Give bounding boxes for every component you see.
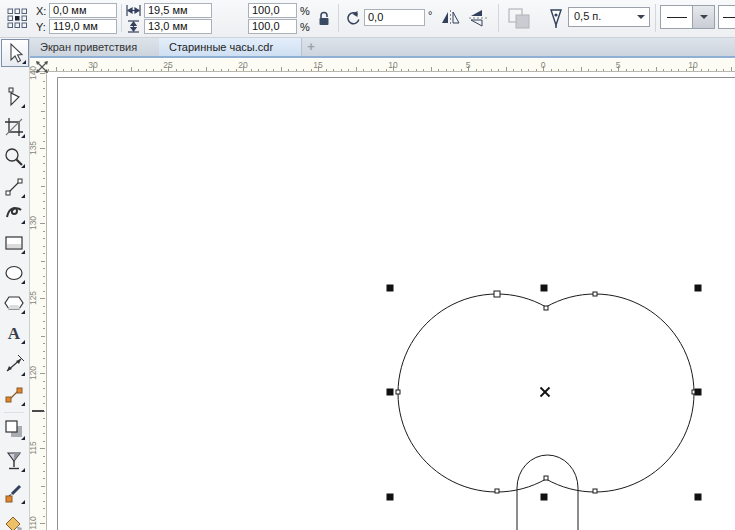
scale-width-unit: %: [300, 4, 310, 18]
object-width-icon: [126, 5, 141, 16]
pick-tool[interactable]: [1, 39, 29, 67]
ruler-tick: [41, 111, 45, 112]
line-style-sample: [723, 17, 735, 18]
ruler-tick: [43, 321, 45, 322]
ruler-tick: [40, 373, 45, 374]
mirror-horizontal-button[interactable]: [440, 9, 461, 27]
scale-height-field[interactable]: 100,0: [248, 19, 297, 34]
ruler-tick: [723, 69, 724, 71]
ruler-tick: [43, 96, 45, 97]
ruler-tick: [153, 69, 154, 71]
ruler-tick: [43, 253, 45, 254]
vertical-ruler[interactable]: 140135130125120115110: [30, 72, 47, 530]
ruler-tick: [43, 283, 45, 284]
ruler-tick: [588, 69, 589, 71]
rotation-icon: [345, 10, 361, 26]
polygon-tool[interactable]: [1, 290, 27, 316]
ruler-tick: [43, 358, 45, 359]
tab-welcome-screen[interactable]: Экран приветствия: [30, 38, 169, 56]
flyout-indicator: [21, 372, 25, 376]
ruler-tick: [43, 313, 45, 314]
y-position-field[interactable]: 119,0 мм: [49, 19, 117, 34]
crop-tool[interactable]: [1, 114, 27, 140]
ruler-tick: [40, 523, 45, 524]
ruler-tick: [461, 69, 462, 71]
ruler-tick: [40, 148, 45, 149]
scale-height-unit: %: [300, 20, 310, 34]
freehand-tool[interactable]: [1, 174, 27, 200]
ruler-tick: [41, 486, 45, 487]
chevron-down-icon: [637, 15, 645, 19]
ruler-tick: [716, 69, 717, 71]
ruler-tick: [43, 178, 45, 179]
ruler-tick: [371, 69, 372, 71]
zoom-tool[interactable]: [1, 144, 27, 170]
color-eyedropper-tool[interactable]: [1, 480, 27, 506]
ruler-tick: [43, 193, 45, 194]
ruler-tick: [363, 69, 364, 71]
ruler-tick: [573, 69, 574, 71]
ruler-tick: [566, 69, 567, 71]
ruler-tick: [453, 69, 454, 71]
new-document-tab-button[interactable]: +: [302, 38, 320, 56]
interactive-fill-tool[interactable]: [1, 512, 27, 530]
object-width-field[interactable]: 19,5 мм: [144, 3, 212, 18]
shape-tool[interactable]: [1, 84, 27, 110]
ruler-label: 0: [541, 60, 546, 70]
artistic-media-tool[interactable]: [1, 200, 27, 226]
ellipse-tool[interactable]: [1, 260, 27, 286]
chevron-down-icon: [700, 15, 708, 19]
rotation-angle-field[interactable]: 0,0: [364, 9, 425, 26]
ruler-tick: [431, 67, 432, 71]
ruler-tick: [43, 268, 45, 269]
outline-width-value: 0,5 п.: [574, 10, 601, 22]
ruler-tick: [296, 69, 297, 71]
ruler-label: 5: [466, 60, 471, 70]
ruler-tick: [633, 69, 634, 71]
dimension-tool[interactable]: [1, 352, 27, 378]
outline-width-combo[interactable]: 0,5 п.: [568, 7, 650, 27]
transparency-tool[interactable]: [1, 448, 27, 474]
ruler-tick: [43, 366, 45, 367]
tab-document-active[interactable]: Старинные часы.cdr: [159, 38, 302, 56]
outline-style-combo[interactable]: [660, 5, 715, 29]
ruler-tick: [41, 186, 45, 187]
flyout-indicator: [21, 220, 25, 224]
line-style-sample: [667, 17, 687, 18]
ruler-label: 120: [28, 366, 38, 380]
drawing-canvas[interactable]: [48, 72, 735, 530]
ruler-tick: [43, 328, 45, 329]
horizontal-ruler[interactable]: 302520151050510: [30, 59, 735, 72]
adjust-dimensions-button-disabled[interactable]: [507, 7, 535, 30]
toolbox: A: [0, 38, 30, 530]
outline-style-dropdown-button[interactable]: [692, 6, 714, 28]
ruler-tick: [603, 69, 604, 71]
flyout-indicator: [21, 250, 25, 254]
ruler-label: 5: [616, 60, 621, 70]
object-height-field[interactable]: 13,0 мм: [144, 19, 212, 34]
connector-tool[interactable]: [1, 382, 27, 408]
x-position-field[interactable]: 0,0 мм: [49, 3, 117, 18]
lock-ratio-icon[interactable]: [317, 10, 332, 26]
mirror-vertical-button[interactable]: [468, 9, 489, 27]
ruler-tick: [581, 67, 582, 71]
flyout-indicator: [21, 500, 25, 504]
ruler-tick: [43, 501, 45, 502]
ruler-tick: [43, 276, 45, 277]
scale-width-field[interactable]: 100,0: [248, 3, 297, 18]
ruler-tick: [43, 103, 45, 104]
ruler-tick: [498, 69, 499, 71]
rectangle-tool[interactable]: [1, 230, 27, 256]
drop-shadow-tool[interactable]: [1, 416, 27, 442]
flyout-indicator: [21, 402, 25, 406]
ruler-label: 20: [238, 60, 247, 70]
ruler-tick: [43, 493, 45, 494]
ruler-tick: [528, 69, 529, 71]
ruler-tick: [191, 69, 192, 71]
start-arrowhead-combo[interactable]: [718, 5, 735, 29]
ruler-tick: [43, 471, 45, 472]
text-tool[interactable]: A: [1, 320, 27, 346]
ruler-tick: [701, 69, 702, 71]
ruler-tick: [40, 223, 45, 224]
ruler-tick: [43, 118, 45, 119]
